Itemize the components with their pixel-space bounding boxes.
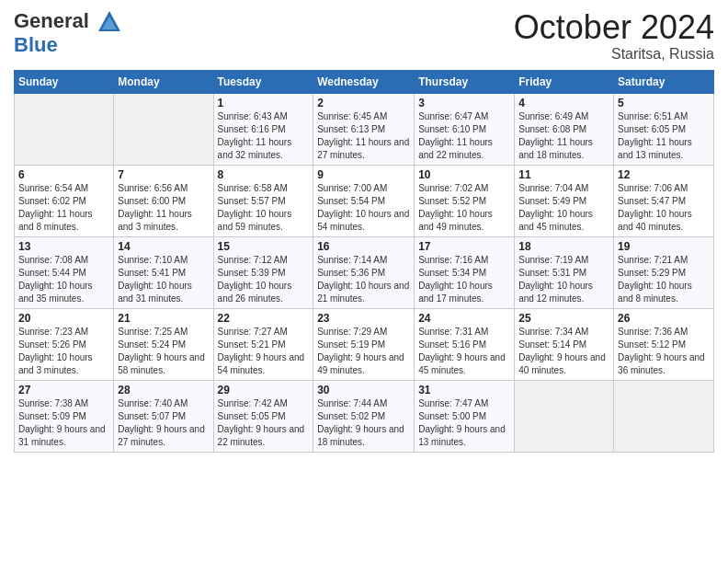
- day-info: Sunrise: 7:25 AMSunset: 5:24 PMDaylight:…: [118, 326, 209, 377]
- day-header-wednesday: Wednesday: [313, 70, 415, 93]
- day-info: Sunrise: 7:02 AMSunset: 5:52 PMDaylight:…: [418, 182, 510, 234]
- day-info: Sunrise: 6:51 AMSunset: 6:05 PMDaylight:…: [618, 110, 710, 162]
- day-info: Sunrise: 6:43 AMSunset: 6:16 PMDaylight:…: [218, 110, 310, 162]
- calendar-cell: 8Sunrise: 6:58 AMSunset: 5:57 PMDaylight…: [213, 165, 313, 236]
- day-number: 13: [18, 240, 109, 253]
- day-number: 24: [418, 312, 510, 325]
- calendar-cell: 23Sunrise: 7:29 AMSunset: 5:19 PMDayligh…: [313, 308, 415, 380]
- calendar-cell: [614, 380, 714, 452]
- day-info: Sunrise: 7:12 AMSunset: 5:39 PMDaylight:…: [218, 254, 310, 305]
- day-info: Sunrise: 7:19 AMSunset: 5:31 PMDaylight:…: [518, 254, 609, 305]
- day-info: Sunrise: 7:14 AMSunset: 5:36 PMDaylight:…: [317, 254, 410, 305]
- day-number: 5: [618, 97, 710, 109]
- day-info: Sunrise: 7:00 AMSunset: 5:54 PMDaylight:…: [317, 182, 410, 234]
- page-header: General Blue October 2024 Staritsa, Russ…: [14, 9, 714, 63]
- day-number: 11: [518, 168, 609, 181]
- page-container: General Blue October 2024 Staritsa, Russ…: [0, 0, 728, 462]
- day-number: 9: [317, 168, 410, 181]
- calendar-cell: 1Sunrise: 6:43 AMSunset: 6:16 PMDaylight…: [213, 93, 313, 165]
- calendar-cell: 18Sunrise: 7:19 AMSunset: 5:31 PMDayligh…: [515, 236, 614, 308]
- calendar-cell: 29Sunrise: 7:42 AMSunset: 5:05 PMDayligh…: [213, 380, 313, 452]
- day-number: 29: [218, 384, 310, 396]
- day-info: Sunrise: 7:06 AMSunset: 5:47 PMDaylight:…: [618, 182, 710, 234]
- day-number: 3: [418, 97, 510, 109]
- day-number: 15: [218, 240, 310, 253]
- calendar-cell: [114, 93, 213, 165]
- calendar-cell: 5Sunrise: 6:51 AMSunset: 6:05 PMDaylight…: [614, 93, 714, 165]
- calendar-cell: 24Sunrise: 7:31 AMSunset: 5:16 PMDayligh…: [415, 308, 515, 380]
- day-number: 22: [218, 312, 310, 325]
- day-number: 20: [18, 312, 109, 325]
- day-info: Sunrise: 7:29 AMSunset: 5:19 PMDaylight:…: [317, 326, 410, 377]
- day-info: Sunrise: 7:36 AMSunset: 5:12 PMDaylight:…: [618, 326, 710, 377]
- day-info: Sunrise: 7:16 AMSunset: 5:34 PMDaylight:…: [418, 254, 510, 305]
- day-header-monday: Monday: [114, 70, 213, 93]
- day-number: 17: [418, 240, 510, 253]
- day-header-saturday: Saturday: [614, 70, 714, 93]
- calendar-cell: 12Sunrise: 7:06 AMSunset: 5:47 PMDayligh…: [614, 165, 714, 236]
- calendar-cell: 31Sunrise: 7:47 AMSunset: 5:00 PMDayligh…: [415, 380, 515, 452]
- calendar-cell: 25Sunrise: 7:34 AMSunset: 5:14 PMDayligh…: [515, 308, 614, 380]
- day-info: Sunrise: 7:47 AMSunset: 5:00 PMDaylight:…: [418, 397, 510, 449]
- day-info: Sunrise: 7:42 AMSunset: 5:05 PMDaylight:…: [218, 397, 310, 449]
- day-number: 16: [317, 240, 410, 253]
- day-info: Sunrise: 6:47 AMSunset: 6:10 PMDaylight:…: [418, 110, 510, 162]
- day-number: 14: [118, 240, 209, 253]
- title-block: October 2024 Staritsa, Russia: [514, 9, 714, 63]
- calendar-cell: 9Sunrise: 7:00 AMSunset: 5:54 PMDaylight…: [313, 165, 415, 236]
- day-info: Sunrise: 6:45 AMSunset: 6:13 PMDaylight:…: [317, 110, 410, 162]
- calendar-cell: 16Sunrise: 7:14 AMSunset: 5:36 PMDayligh…: [313, 236, 415, 308]
- day-info: Sunrise: 7:21 AMSunset: 5:29 PMDaylight:…: [618, 254, 710, 305]
- calendar-cell: 6Sunrise: 6:54 AMSunset: 6:02 PMDaylight…: [15, 165, 114, 236]
- calendar-cell: 7Sunrise: 6:56 AMSunset: 6:00 PMDaylight…: [114, 165, 213, 236]
- day-number: 2: [317, 97, 410, 109]
- location: Staritsa, Russia: [514, 46, 714, 63]
- day-number: 19: [618, 240, 710, 253]
- calendar-cell: 10Sunrise: 7:02 AMSunset: 5:52 PMDayligh…: [415, 165, 515, 236]
- calendar-cell: 13Sunrise: 7:08 AMSunset: 5:44 PMDayligh…: [15, 236, 114, 308]
- logo: General Blue: [14, 9, 124, 55]
- calendar-cell: 19Sunrise: 7:21 AMSunset: 5:29 PMDayligh…: [614, 236, 714, 308]
- calendar-cell: 2Sunrise: 6:45 AMSunset: 6:13 PMDaylight…: [313, 93, 415, 165]
- day-header-friday: Friday: [515, 70, 614, 93]
- logo-general: General: [14, 9, 124, 35]
- day-number: 27: [18, 384, 109, 396]
- calendar-table: SundayMondayTuesdayWednesdayThursdayFrid…: [14, 70, 714, 453]
- day-number: 8: [218, 168, 310, 181]
- day-info: Sunrise: 7:08 AMSunset: 5:44 PMDaylight:…: [18, 254, 109, 305]
- day-number: 12: [618, 168, 710, 181]
- day-header-sunday: Sunday: [15, 70, 114, 93]
- day-number: 23: [317, 312, 410, 325]
- calendar-cell: 11Sunrise: 7:04 AMSunset: 5:49 PMDayligh…: [515, 165, 614, 236]
- day-info: Sunrise: 6:56 AMSunset: 6:00 PMDaylight:…: [118, 182, 209, 234]
- calendar-cell: 3Sunrise: 6:47 AMSunset: 6:10 PMDaylight…: [415, 93, 515, 165]
- day-info: Sunrise: 6:58 AMSunset: 5:57 PMDaylight:…: [218, 182, 310, 234]
- month-title: October 2024: [514, 9, 714, 46]
- calendar-cell: 21Sunrise: 7:25 AMSunset: 5:24 PMDayligh…: [114, 308, 213, 380]
- calendar-cell: 17Sunrise: 7:16 AMSunset: 5:34 PMDayligh…: [415, 236, 515, 308]
- day-number: 10: [418, 168, 510, 181]
- day-header-tuesday: Tuesday: [213, 70, 313, 93]
- calendar-cell: 28Sunrise: 7:40 AMSunset: 5:07 PMDayligh…: [114, 380, 213, 452]
- day-info: Sunrise: 7:10 AMSunset: 5:41 PMDaylight:…: [118, 254, 209, 305]
- day-info: Sunrise: 7:38 AMSunset: 5:09 PMDaylight:…: [18, 397, 109, 449]
- day-info: Sunrise: 7:27 AMSunset: 5:21 PMDaylight:…: [218, 326, 310, 377]
- day-number: 21: [118, 312, 209, 325]
- calendar-cell: [515, 380, 614, 452]
- calendar-cell: 27Sunrise: 7:38 AMSunset: 5:09 PMDayligh…: [15, 380, 114, 452]
- day-number: 25: [518, 312, 609, 325]
- day-info: Sunrise: 7:23 AMSunset: 5:26 PMDaylight:…: [18, 326, 109, 377]
- calendar-cell: [15, 93, 114, 165]
- calendar-cell: 14Sunrise: 7:10 AMSunset: 5:41 PMDayligh…: [114, 236, 213, 308]
- calendar-cell: 26Sunrise: 7:36 AMSunset: 5:12 PMDayligh…: [614, 308, 714, 380]
- day-number: 18: [518, 240, 609, 253]
- day-number: 7: [118, 168, 209, 181]
- day-info: Sunrise: 7:31 AMSunset: 5:16 PMDaylight:…: [418, 326, 510, 377]
- day-number: 30: [317, 384, 410, 396]
- day-info: Sunrise: 7:40 AMSunset: 5:07 PMDaylight:…: [118, 397, 209, 449]
- calendar-cell: 15Sunrise: 7:12 AMSunset: 5:39 PMDayligh…: [213, 236, 313, 308]
- day-number: 6: [18, 168, 109, 181]
- logo-icon: [97, 9, 122, 35]
- day-info: Sunrise: 7:04 AMSunset: 5:49 PMDaylight:…: [518, 182, 609, 234]
- calendar-cell: 30Sunrise: 7:44 AMSunset: 5:02 PMDayligh…: [313, 380, 415, 452]
